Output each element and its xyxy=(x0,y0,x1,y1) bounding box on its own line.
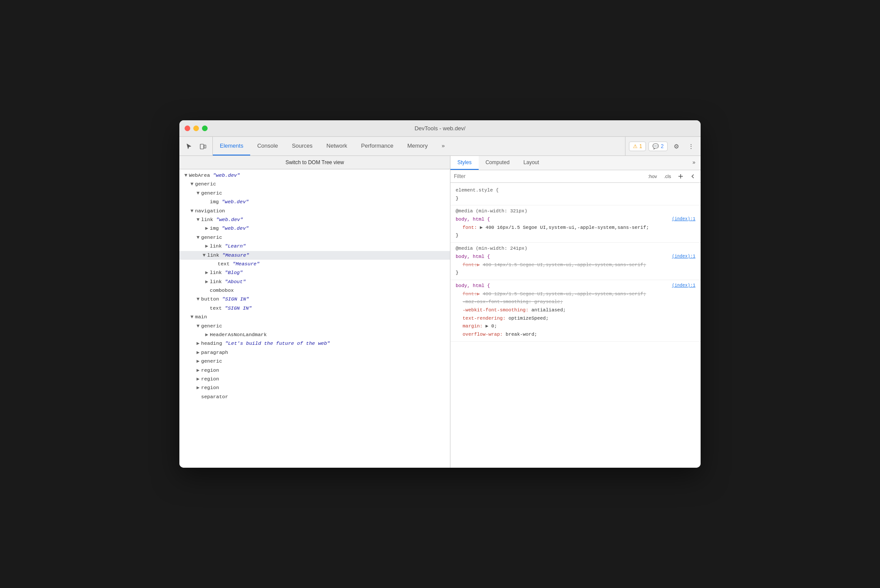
css-source-link-321[interactable]: (index):1 xyxy=(672,215,695,223)
filter-input[interactable] xyxy=(454,173,643,179)
tab-elements[interactable]: Elements xyxy=(213,137,250,155)
tab-layout[interactable]: Layout xyxy=(516,156,546,170)
tree-toggle[interactable]: ▶ xyxy=(204,225,210,232)
cursor-icon[interactable] xyxy=(183,140,195,152)
switch-dom-tree-button[interactable]: Switch to DOM Tree view xyxy=(179,156,450,169)
css-property-row-smoothing-struck: -moz-osx-font-smoothing: grayscale; xyxy=(456,298,695,306)
tree-row[interactable]: ▼ link "web.dev" xyxy=(179,215,450,224)
tree-node-label: region xyxy=(201,375,219,383)
tree-toggle[interactable]: ▶ xyxy=(195,349,201,357)
css-source-link-body[interactable]: (index):1 xyxy=(672,282,695,289)
tree-toggle[interactable]: ▼ xyxy=(195,322,201,330)
info-badge[interactable]: 💬 2 xyxy=(648,142,668,151)
tab-sources[interactable]: Sources xyxy=(285,137,320,155)
tree-toggle[interactable]: ▶ xyxy=(195,340,201,347)
class-filter[interactable]: .cls xyxy=(662,173,673,180)
tab-network[interactable]: Network xyxy=(320,137,354,155)
css-source-link-241[interactable]: (index):1 xyxy=(672,253,695,260)
tree-row[interactable]: ▼ button "SIGN IN" xyxy=(179,295,450,304)
tree-row[interactable]: ▶ link "Blog" xyxy=(179,268,450,277)
css-selector-body-html-241: body, html { xyxy=(456,254,490,259)
more-options-icon[interactable]: ⋮ xyxy=(685,140,697,152)
tab-computed[interactable]: Computed xyxy=(479,156,516,170)
tree-toggle[interactable]: ▶ xyxy=(204,278,210,286)
tree-toggle[interactable]: ▼ xyxy=(195,216,201,224)
tree-row-selected[interactable]: ▼ link "Measure" xyxy=(179,251,450,260)
tree-row[interactable]: ▶ link "Learn" xyxy=(179,242,450,251)
tree-row[interactable]: separator xyxy=(179,393,450,401)
tab-memory[interactable]: Memory xyxy=(400,137,435,155)
maximize-button[interactable] xyxy=(202,126,208,131)
add-style-rule-button[interactable] xyxy=(676,172,685,181)
tree-row[interactable]: ▶ paragraph xyxy=(179,348,450,357)
device-icon[interactable] xyxy=(197,140,209,152)
settings-icon[interactable]: ⚙ xyxy=(670,140,682,152)
css-prop-font-struck2: font:▶ xyxy=(463,291,480,297)
tab-performance[interactable]: Performance xyxy=(354,137,400,155)
tree-row[interactable]: ▶ link "About" xyxy=(179,277,450,286)
css-rule-media-321: @media (min-width: 321px) body, html { (… xyxy=(450,205,701,243)
svg-rect-1 xyxy=(204,145,206,148)
tree-row[interactable]: ▶ heading "Let's build the future of the… xyxy=(179,339,450,348)
tree-toggle[interactable]: ▼ xyxy=(189,313,195,321)
tree-toggle[interactable]: ▶ xyxy=(204,242,210,250)
tree-row[interactable]: img "web.dev" xyxy=(179,198,450,206)
tree-node-label: generic xyxy=(201,234,222,241)
tree-row[interactable]: ▼ navigation xyxy=(179,207,450,215)
dom-tree[interactable]: ▼ WebArea "web.dev" ▼ generic ▼ generic xyxy=(179,169,450,468)
styles-more-tabs[interactable]: » xyxy=(687,156,701,170)
tree-toggle[interactable]: ▼ xyxy=(189,180,195,188)
css-prop-font: font: xyxy=(463,225,477,230)
minimize-button[interactable] xyxy=(193,126,199,131)
tree-row[interactable]: ▼ generic xyxy=(179,233,450,242)
tree-row[interactable]: ▶ region xyxy=(179,375,450,383)
tree-row[interactable]: ▼ generic xyxy=(179,322,450,330)
close-button[interactable] xyxy=(185,126,190,131)
tree-toggle[interactable]: ▼ xyxy=(195,295,201,303)
tree-row[interactable]: ▶ HeaderAsNonLandmark xyxy=(179,330,450,339)
tree-toggle[interactable]: ▶ xyxy=(195,384,201,392)
devtools-window: DevTools - web.dev/ Elements Console Sou… xyxy=(179,120,701,468)
tree-row[interactable]: ▼ generic xyxy=(179,189,450,198)
tree-toggle[interactable]: ▼ xyxy=(189,207,195,215)
tree-row[interactable]: ▼ generic xyxy=(179,180,450,188)
css-triangle-icon[interactable]: ▶ xyxy=(486,324,491,329)
tree-toggle[interactable]: ▶ xyxy=(195,375,201,383)
tree-row[interactable]: text "SIGN IN" xyxy=(179,304,450,313)
tree-row[interactable]: ▶ region xyxy=(179,383,450,392)
css-property-row-struck2: font:▶ 400 12px/1.5 Segoe UI,system-ui,-… xyxy=(456,290,695,298)
css-triangle-icon[interactable]: ▶ xyxy=(480,225,486,230)
tree-row[interactable]: ▶ region xyxy=(179,366,450,375)
tree-toggle[interactable]: ▶ xyxy=(195,357,201,365)
css-property-overflow-wrap: overflow-wrap: break-word; xyxy=(456,330,695,339)
tree-node-label: WebArea "web.dev" xyxy=(189,172,240,179)
tab-more[interactable]: » xyxy=(435,137,452,155)
tab-console[interactable]: Console xyxy=(250,137,285,155)
tree-toggle[interactable]: ▼ xyxy=(201,251,207,259)
css-prop-overflow-wrap: overflow-wrap: xyxy=(463,332,503,337)
chevron-left-icon[interactable] xyxy=(688,172,697,181)
css-val-text-rendering: optimizeSpeed; xyxy=(509,316,549,321)
hover-filter[interactable]: :hov xyxy=(646,173,659,180)
css-property-row-struck: font:▶ 400 14px/1.5 Segoe UI,system-ui,-… xyxy=(456,261,695,269)
tree-toggle[interactable]: ▶ xyxy=(204,269,210,277)
css-close-brace: } xyxy=(456,270,459,275)
tab-styles[interactable]: Styles xyxy=(450,156,479,170)
tree-toggle[interactable]: ▼ xyxy=(195,234,201,241)
tree-node-label: generic xyxy=(201,189,222,197)
tree-toggle[interactable]: ▶ xyxy=(195,367,201,374)
tree-toggle[interactable]: ▼ xyxy=(195,189,201,197)
tree-row[interactable]: ▶ img "web.dev" xyxy=(179,224,450,233)
dom-panel: Switch to DOM Tree view ▼ WebArea "web.d… xyxy=(179,156,450,468)
tree-node-label: generic xyxy=(201,322,222,330)
tree-row[interactable]: combobox xyxy=(179,286,450,295)
tree-toggle[interactable]: ▶ xyxy=(204,331,210,339)
tree-toggle[interactable]: ▼ xyxy=(183,172,189,179)
tree-row[interactable]: ▼ WebArea "web.dev" xyxy=(179,171,450,180)
warning-badge[interactable]: ⚠ 1 xyxy=(629,142,646,151)
toolbar: Elements Console Sources Network Perform… xyxy=(179,137,701,156)
tree-row[interactable]: text "Measure" xyxy=(179,260,450,268)
tree-node-label: separator xyxy=(201,393,228,401)
tree-row[interactable]: ▶ generic xyxy=(179,357,450,366)
tree-row[interactable]: ▼ main xyxy=(179,313,450,321)
